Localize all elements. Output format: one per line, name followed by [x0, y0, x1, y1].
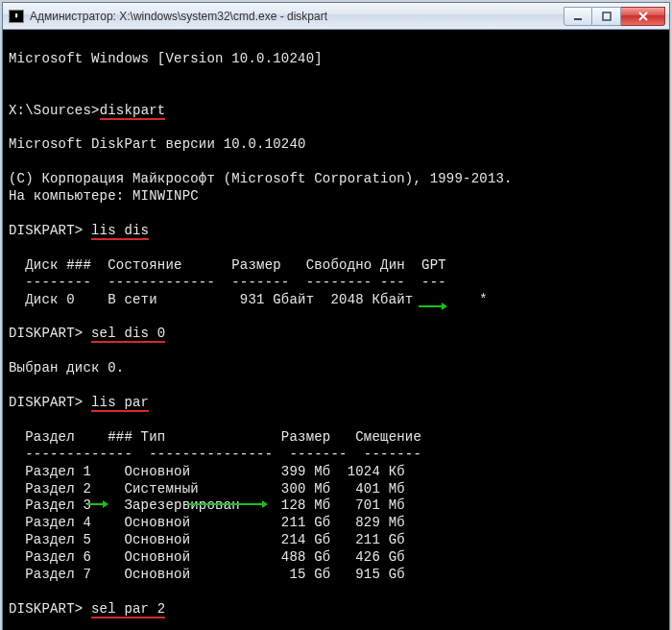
dp-prompt-4: DISKPART> [9, 601, 91, 617]
line-computer: На компьютере: MINWINPC [9, 188, 199, 204]
cmd-sel-dis: sel dis 0 [91, 326, 165, 343]
line-version: Microsoft Windows [Version 10.0.10240] [9, 51, 323, 66]
dp-prompt-3: DISKPART> [9, 395, 91, 410]
part-rule: ------------- --------------- ------- --… [9, 447, 421, 462]
cmd-lis-dis: lis dis [91, 223, 149, 240]
part-row-7: Раздел 7 Основной 15 Gб 915 Gб [9, 567, 405, 582]
line-copyright: (C) Корпорация Майкрософт (Microsoft Cor… [9, 171, 513, 186]
cmd-icon: ▮ [9, 10, 24, 23]
dp-prompt-1: DISKPART> [9, 223, 91, 238]
svg-rect-0 [574, 18, 582, 20]
minimize-button[interactable] [564, 7, 592, 26]
disk-header: Диск ### Состояние Размер Свободно Дин G… [9, 257, 446, 273]
window-title: Администратор: X:\windows\system32\cmd.e… [30, 10, 564, 23]
part-row-2: Раздел 2 Системный 300 Мб 401 Мб [9, 481, 405, 497]
part-row-5: Раздел 5 Основной 214 Gб 211 Gб [9, 532, 405, 547]
maximize-button[interactable] [592, 7, 621, 26]
line-selected-disk: Выбран диск 0. [9, 360, 124, 376]
close-button[interactable] [621, 7, 665, 26]
command-prompt-window: ▮ Администратор: X:\windows\system32\cmd… [2, 2, 670, 630]
disk-row-0: Диск 0 В сети 931 Gбайт 2048 Кбайт * [9, 292, 488, 307]
terminal-output[interactable]: Microsoft Windows [Version 10.0.10240] X… [3, 30, 669, 630]
part-row-4: Раздел 4 Основной 211 Gб 829 Мб [9, 515, 405, 530]
cmd-diskpart: diskpart [100, 103, 166, 120]
part-row-6: Раздел 6 Основной 488 Gб 426 Gб [9, 549, 405, 565]
window-controls [564, 7, 665, 26]
line-diskpart-ver: Microsoft DiskPart версии 10.0.10240 [9, 136, 306, 152]
titlebar[interactable]: ▮ Администратор: X:\windows\system32\cmd… [3, 3, 669, 30]
cmd-icon-glyph: ▮ [14, 12, 18, 19]
part-row-3: Раздел 3 Зарезервирован 128 Мб 701 Мб [9, 497, 405, 513]
part-row-1: Раздел 1 Основной 399 Мб 1024 Кб [9, 464, 405, 479]
dp-prompt-2: DISKPART> [9, 326, 91, 341]
prompt-sources: X:\Sources> [9, 103, 100, 118]
disk-rule: -------- ------------- ------- -------- … [9, 275, 446, 290]
cmd-lis-par: lis par [91, 395, 149, 412]
cmd-sel-par: sel par 2 [91, 601, 165, 618]
svg-rect-1 [603, 12, 611, 20]
part-header: Раздел ### Тип Размер Смещение [9, 429, 421, 445]
